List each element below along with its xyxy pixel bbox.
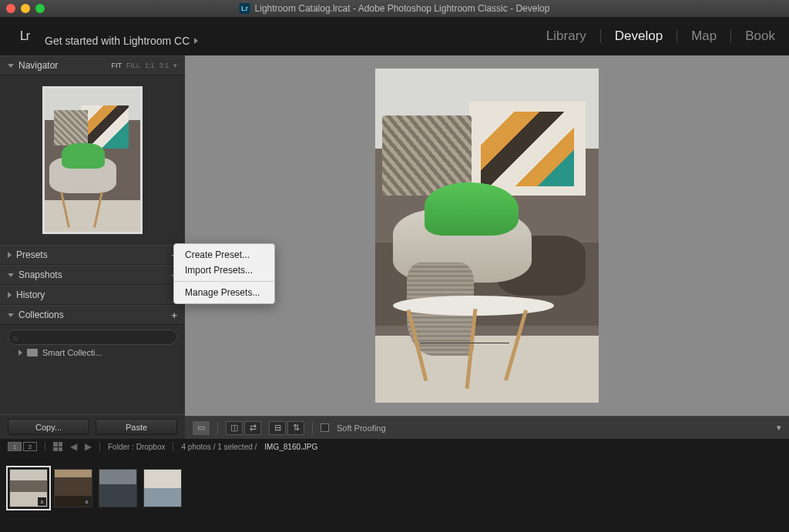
collapse-icon	[8, 252, 12, 258]
zoom-more[interactable]: 3:1	[159, 62, 169, 69]
module-library[interactable]: Library	[546, 28, 586, 44]
thumbnail-3[interactable]	[99, 469, 137, 507]
search-icon: ⌕	[13, 333, 18, 342]
separator	[600, 29, 601, 43]
expand-icon	[18, 350, 22, 356]
module-develop[interactable]: Develop	[615, 28, 663, 44]
paste-button[interactable]: Paste	[96, 419, 177, 435]
current-filename: IMG_8160.JPG	[264, 443, 317, 451]
navigator-thumbnail	[42, 86, 143, 234]
minimize-window-button[interactable]	[21, 4, 30, 13]
presets-title: Presets	[16, 249, 48, 260]
window-title: Lr Lightroom Catalog.lrcat - Adobe Photo…	[240, 3, 550, 14]
separator	[677, 29, 677, 43]
snapshots-title: Snapshots	[18, 269, 62, 280]
develop-badge-icon: ±	[82, 497, 91, 506]
lightroom-logo: Lr	[14, 25, 35, 47]
smart-collections-item[interactable]: Smart Collecti...	[8, 345, 177, 357]
window-title-text: Lightroom Catalog.lrcat - Adobe Photosho…	[255, 3, 550, 14]
navigator-panel-header[interactable]: Navigator FIT FILL 1:1 3:1 ▾	[0, 55, 185, 75]
zoom-dropdown-icon[interactable]: ▾	[173, 62, 177, 69]
zoom-fill[interactable]: FILL	[126, 62, 140, 69]
selection-status: 4 photos / 1 selected /	[181, 443, 257, 451]
nav-forward-icon[interactable]: ▶	[85, 441, 92, 452]
develop-toolbar: ▭ ◫ ⇄ ⊟ ⇅ Soft Proofing ▾	[185, 416, 789, 439]
screen-2-button[interactable]: 2	[23, 442, 37, 451]
develop-badge-icon: ±	[38, 497, 46, 506]
zoom-options: FIT FILL 1:1 3:1 ▾	[111, 62, 177, 69]
import-presets-menuitem[interactable]: Import Presets...	[174, 263, 274, 278]
screen-1-button[interactable]: 1	[8, 442, 22, 451]
zoom-1-1[interactable]: 1:1	[145, 62, 155, 69]
copy-button[interactable]: Copy...	[8, 419, 89, 435]
filmstrip[interactable]: ± ±	[0, 454, 789, 522]
zoom-fit[interactable]: FIT	[111, 62, 122, 69]
thumbnail-4[interactable]	[143, 469, 182, 507]
nav-back-icon[interactable]: ◀	[70, 441, 77, 452]
history-panel-header[interactable]: History	[0, 285, 185, 305]
header-dropdown-icon[interactable]	[194, 38, 198, 44]
presets-context-menu: Create Preset... Import Presets... Manag…	[173, 243, 275, 304]
window-titlebar: Lr Lightroom Catalog.lrcat - Adobe Photo…	[0, 0, 789, 17]
soft-proofing-checkbox[interactable]	[321, 423, 329, 432]
window-controls	[6, 4, 45, 13]
history-title: History	[16, 289, 45, 300]
collections-search-input[interactable]: ⌕	[8, 330, 177, 345]
collapse-icon	[8, 273, 14, 277]
collections-panel-header[interactable]: Collections +	[0, 305, 185, 325]
image-viewport[interactable]	[185, 55, 789, 416]
create-preset-menuitem[interactable]: Create Preset...	[174, 247, 274, 263]
module-switcher: Library Develop Map Book	[546, 28, 775, 44]
before-after-lr-button[interactable]: ◫	[226, 421, 243, 435]
app-header: Lr Adobe Lightroom Classic CC Get starte…	[0, 17, 789, 55]
folder-icon	[27, 349, 38, 356]
menu-separator	[174, 281, 274, 282]
smart-collections-label: Smart Collecti...	[42, 348, 102, 357]
module-book[interactable]: Book	[745, 28, 775, 44]
maximize-window-button[interactable]	[35, 4, 45, 13]
thumbnail-2[interactable]: ±	[54, 469, 92, 507]
presets-panel-header[interactable]: Presets +	[0, 245, 185, 265]
manage-presets-menuitem[interactable]: Manage Presets...	[174, 285, 274, 300]
module-map[interactable]: Map	[691, 28, 717, 44]
folder-breadcrumb[interactable]: Folder : Dropbox	[108, 443, 165, 451]
navigator-preview[interactable]	[0, 75, 185, 245]
close-window-button[interactable]	[6, 4, 15, 13]
collapse-icon	[8, 292, 12, 298]
header-title[interactable]: Get started with Lightroom CC	[45, 35, 190, 47]
soft-proofing-label: Soft Proofing	[337, 423, 386, 433]
snapshots-panel-header[interactable]: Snapshots +	[0, 265, 185, 285]
add-collection-button[interactable]: +	[171, 309, 177, 321]
main-image	[375, 69, 599, 403]
collections-title: Collections	[18, 309, 64, 320]
thumbnail-1[interactable]: ±	[9, 469, 48, 507]
develop-canvas: ▭ ◫ ⇄ ⊟ ⇅ Soft Proofing ▾	[185, 55, 789, 439]
collapse-icon	[8, 313, 14, 317]
toolbar-expand-icon[interactable]: ▾	[777, 423, 781, 433]
lightroom-icon: Lr	[240, 3, 250, 14]
collapse-icon	[8, 64, 14, 68]
before-after-swap-button[interactable]: ⇄	[244, 421, 261, 435]
before-after-copy-button[interactable]: ⇅	[287, 421, 304, 435]
separator	[730, 29, 731, 43]
grid-view-icon[interactable]	[53, 442, 62, 451]
navigator-title: Navigator	[18, 60, 58, 71]
before-after-tb-button[interactable]: ⊟	[269, 421, 286, 435]
filmstrip-header: 1 2 ◀ ▶ Folder : Dropbox 4 photos / 1 se…	[0, 439, 789, 454]
loupe-view-button[interactable]: ▭	[193, 421, 210, 435]
left-panel: Navigator FIT FILL 1:1 3:1 ▾ Presets	[0, 55, 185, 439]
